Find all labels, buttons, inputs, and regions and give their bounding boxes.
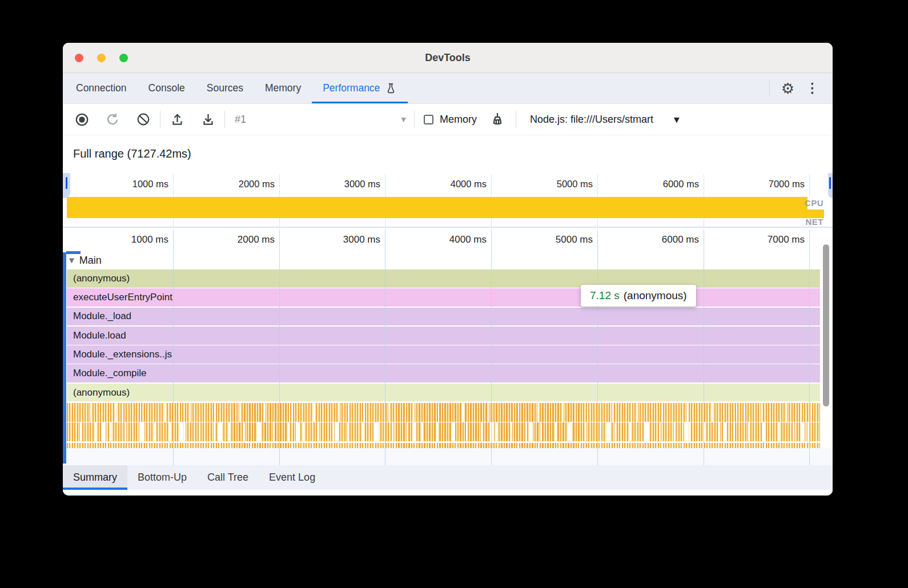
flask-icon: [385, 82, 397, 95]
tab-event-log[interactable]: Event Log: [259, 465, 326, 490]
flame-row[interactable]: (anonymous): [67, 269, 820, 288]
ruler-tick-label: 6000 ms: [662, 234, 699, 245]
flame-row[interactable]: (anonymous): [67, 384, 820, 402]
tab-call-tree[interactable]: Call Tree: [197, 465, 259, 490]
reload-record-icon[interactable]: [104, 111, 121, 128]
flame-row-label: Module._load: [67, 311, 131, 322]
flame-row-label: executeUserEntryPoint: [67, 292, 172, 303]
record-button[interactable]: [73, 111, 90, 128]
tab-label: Sources: [207, 82, 243, 94]
flame-rows: (anonymous)executeUserEntryPointModule._…: [67, 269, 820, 402]
tab-label: Connection: [76, 82, 127, 94]
range-handle-right[interactable]: [828, 173, 833, 198]
gridline: [597, 229, 598, 465]
gridline: [491, 229, 492, 465]
ruler-tick-label: 4000 ms: [449, 234, 487, 245]
gridline: [809, 229, 810, 465]
upload-profile-icon[interactable]: [168, 111, 186, 128]
traffic-lights: [75, 43, 128, 73]
more-menu-icon[interactable]: ⋮: [806, 82, 819, 95]
flame-row-label: Module.load: [67, 330, 126, 341]
session-select[interactable]: #1 ▼: [225, 114, 414, 126]
garbage-collect-broom-icon[interactable]: [489, 111, 506, 128]
session-select-value: #1: [235, 114, 246, 126]
flame-row[interactable]: Module._compile: [67, 364, 820, 382]
titlebar: DevTools: [63, 43, 833, 73]
tab-summary[interactable]: Summary: [63, 465, 127, 490]
track-selection-corner: [66, 251, 81, 254]
activity-stripes-row-2[interactable]: [67, 422, 820, 441]
ruler-tick-label: 7000 ms: [769, 179, 805, 190]
handle-grip: [66, 177, 67, 189]
tab-label: Call Tree: [207, 472, 248, 484]
tooltip-duration: 7.12 s: [590, 289, 620, 301]
tab-console[interactable]: Console: [138, 73, 196, 103]
chevron-down-icon: ▼: [401, 116, 406, 123]
clear-icon[interactable]: [135, 111, 152, 128]
flame-row[interactable]: Module.load: [67, 327, 820, 345]
tab-label: Summary: [73, 472, 117, 484]
flame-row[interactable]: Module._extensions..js: [67, 345, 820, 364]
divider: [414, 111, 415, 128]
memory-checkbox-label[interactable]: Memory: [440, 114, 477, 126]
tab-bottom-up[interactable]: Bottom-Up: [127, 465, 197, 490]
window-title: DevTools: [63, 52, 833, 64]
divider: [516, 111, 516, 128]
maximize-button[interactable]: [119, 54, 128, 62]
tab-label: Event Log: [269, 472, 315, 484]
vertical-scrollbar-thumb[interactable]: [823, 244, 829, 406]
performance-panel: Full range (7127.42ms) 1000 ms2000 ms300…: [63, 135, 833, 496]
cpu-activity-band[interactable]: CPU: [63, 197, 833, 218]
gridline: [173, 229, 174, 465]
flame-row[interactable]: Module._load: [67, 308, 820, 326]
timeline-overview[interactable]: 1000 ms2000 ms3000 ms4000 ms5000 ms6000 …: [63, 173, 833, 228]
ruler-tick-label: 1000 ms: [131, 234, 168, 245]
divider: [160, 111, 160, 128]
expander-triangle-icon[interactable]: ▼: [69, 256, 74, 264]
ruler-tick-label: 5000 ms: [557, 179, 593, 190]
tabbar-right: ⚙ ⋮: [769, 73, 833, 103]
performance-toolbar: #1 ▼ Memory Node.js: file:///Users/stmar…: [63, 104, 833, 135]
flame-row[interactable]: executeUserEntryPoint: [67, 288, 820, 307]
flame-chart[interactable]: 1000 ms2000 ms3000 ms4000 ms5000 ms6000 …: [63, 229, 833, 465]
range-handle-left[interactable]: [63, 173, 70, 198]
net-band-label: NET: [806, 217, 824, 227]
download-profile-icon[interactable]: [199, 111, 216, 128]
ruler-tick-label: 6000 ms: [663, 179, 699, 190]
settings-gear-icon[interactable]: ⚙: [781, 81, 794, 96]
flame-row-label: Module._extensions..js: [67, 349, 172, 360]
minimize-button[interactable]: [97, 54, 106, 62]
ruler-tick-label: 2000 ms: [239, 179, 275, 190]
activity-stripes-row-3[interactable]: [67, 443, 820, 448]
ruler-tick-label: 4000 ms: [451, 179, 487, 190]
flame-row-label: Module._compile: [67, 368, 147, 379]
handle-grip: [829, 177, 831, 189]
tab-label: Console: [148, 82, 185, 94]
ruler-tick-label: 3000 ms: [343, 234, 380, 245]
cpu-band-label: CPU: [805, 198, 823, 208]
main-track-label: Main: [79, 255, 102, 267]
flame-row-label: (anonymous): [67, 273, 130, 284]
tab-sources[interactable]: Sources: [196, 73, 254, 103]
devtools-window: DevTools Connection Console Sources Memo…: [63, 43, 833, 496]
ruler-tick-label: 7000 ms: [768, 234, 805, 245]
tab-performance[interactable]: Performance: [312, 73, 408, 103]
ruler-tick-label: 1000 ms: [132, 179, 168, 190]
gridline: [279, 229, 280, 465]
tab-label: Performance: [323, 82, 380, 94]
gridline: [385, 229, 385, 465]
tooltip-label: (anonymous): [624, 289, 687, 301]
activity-stripes-row-1[interactable]: [67, 403, 820, 422]
tab-connection[interactable]: Connection: [65, 73, 138, 103]
cpu-activity-fill: [67, 197, 824, 218]
divider: [769, 80, 770, 96]
details-tabbar: Summary Bottom-Up Call Tree Event Log: [63, 465, 833, 490]
close-button[interactable]: [75, 54, 83, 62]
tab-memory[interactable]: Memory: [254, 73, 312, 103]
full-range-label: Full range (7127.42ms): [73, 147, 191, 160]
track-selection-bar: [63, 252, 66, 464]
chevron-down-icon: ▼: [674, 115, 680, 124]
net-activity-band[interactable]: NET: [63, 218, 833, 228]
target-select[interactable]: Node.js: file:///Users/stmart ▼: [530, 114, 680, 126]
memory-checkbox[interactable]: [424, 115, 433, 124]
